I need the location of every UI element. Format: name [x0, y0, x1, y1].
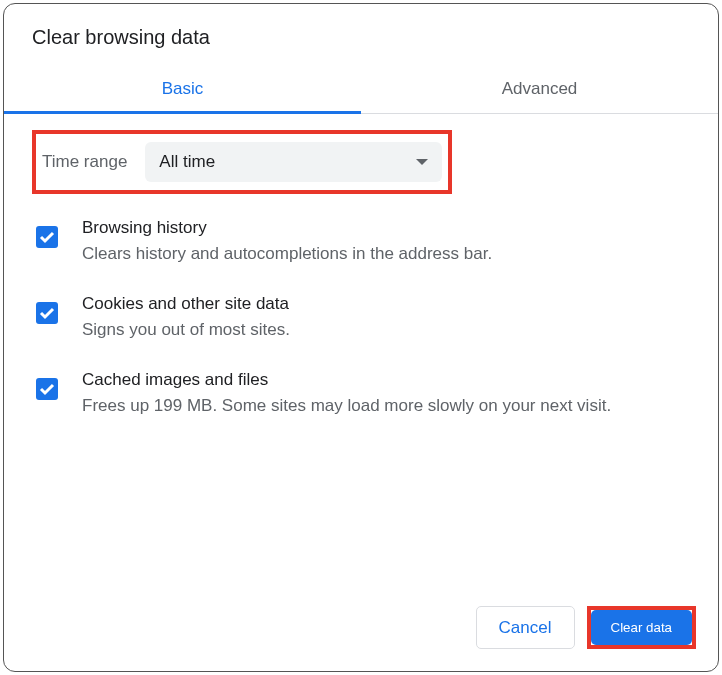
- checkbox-browsing-history[interactable]: [36, 226, 58, 248]
- clear-data-button[interactable]: Clear data: [591, 610, 693, 645]
- dialog-footer: Cancel Clear data: [4, 588, 718, 671]
- option-text: Browsing history Clears history and auto…: [82, 218, 690, 266]
- option-desc: Frees up 199 MB. Some sites may load mor…: [82, 394, 690, 418]
- option-browsing-history: Browsing history Clears history and auto…: [32, 218, 690, 266]
- dialog-content: Time range All time Browsing history Cle…: [4, 114, 718, 588]
- check-icon: [39, 381, 55, 397]
- option-text: Cookies and other site data Signs you ou…: [82, 294, 690, 342]
- option-cached: Cached images and files Frees up 199 MB.…: [32, 370, 690, 418]
- option-title: Browsing history: [82, 218, 690, 238]
- check-icon: [39, 229, 55, 245]
- chevron-down-icon: [416, 159, 428, 165]
- tabs: Basic Advanced: [4, 67, 718, 114]
- check-icon: [39, 305, 55, 321]
- time-range-label: Time range: [42, 152, 127, 172]
- option-desc: Clears history and autocompletions in th…: [82, 242, 690, 266]
- option-text: Cached images and files Frees up 199 MB.…: [82, 370, 690, 418]
- option-title: Cookies and other site data: [82, 294, 690, 314]
- option-cookies: Cookies and other site data Signs you ou…: [32, 294, 690, 342]
- time-range-dropdown[interactable]: All time: [145, 142, 442, 182]
- tab-advanced[interactable]: Advanced: [361, 67, 718, 113]
- clear-data-highlight: Clear data: [587, 606, 697, 649]
- option-title: Cached images and files: [82, 370, 690, 390]
- time-range-row: Time range All time: [32, 130, 452, 194]
- time-range-value: All time: [159, 152, 215, 172]
- option-desc: Signs you out of most sites.: [82, 318, 690, 342]
- tab-basic[interactable]: Basic: [4, 67, 361, 113]
- checkbox-cookies[interactable]: [36, 302, 58, 324]
- cancel-button[interactable]: Cancel: [476, 606, 575, 649]
- clear-browsing-data-dialog: Clear browsing data Basic Advanced Time …: [3, 3, 719, 672]
- checkbox-cached[interactable]: [36, 378, 58, 400]
- dialog-title: Clear browsing data: [4, 4, 718, 67]
